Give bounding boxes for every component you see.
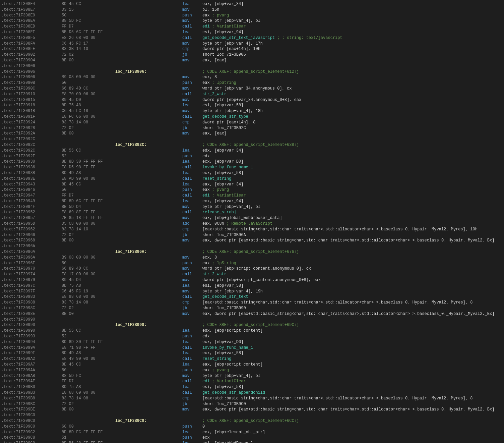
address: .text:71F30970 [1, 266, 62, 272]
code-line[interactable]: .text:71F3098883 78 14 08cmp[eax+std::ba… [0, 300, 504, 306]
code-line[interactable]: .text:71F30983E8 98 68 00 00callget_deco… [0, 294, 504, 300]
code-line[interactable]: .text:71F30910E8 70 0D 06 00callstr_2_ws… [0, 92, 504, 97]
code-line[interactable]: .text:71F30990loc_71F3B990:; CODE XREF: … [0, 322, 504, 328]
code-line[interactable]: .text:71F309A2E8 49 99 00 00callreset_st… [0, 356, 504, 362]
code-line[interactable]: .text:71F30906B9 08 00 00 00movecx, 8 [0, 74, 504, 80]
code-line[interactable]: .text:71F309A78D 45 CCleaeax, [ebp+scrip… [0, 362, 504, 368]
code-line[interactable]: .text:71F3094F8B 5D D4movbyte ptr [ebp+v… [0, 204, 504, 210]
code-line[interactable]: .text:71F30990 [0, 317, 504, 323]
code-line[interactable]: .text:71F3091FE8 FC 66 00 00callget_deco… [0, 114, 504, 120]
code-line[interactable]: .text:71F3096672 02jbshort loc_71F3B96A [0, 232, 504, 238]
address: .text:71F30936 [1, 165, 62, 170]
code-line[interactable]: .text:71F309BC72 02jbshort loc_71F3B9C0 [0, 401, 504, 407]
code-line[interactable]: .text:71F309308D 8D 30 FF FF FFleaecx, [… [0, 159, 504, 165]
code-line[interactable]: .text:71F3096F50pusheax ; lpString [0, 261, 504, 266]
code-line[interactable]: .text:71F3099F8D 4D A8leaecx, [ebp+var_5… [0, 350, 504, 356]
mnemonic: push [182, 187, 202, 193]
code-line[interactable]: .text:71F3093B8D 4D A8leaecx, [ebp+var_5… [0, 170, 504, 176]
operands: eax ; lpString [202, 261, 503, 266]
code-line[interactable]: .text:71F3096A [0, 243, 504, 249]
code-line[interactable]: .text:71F308F5E8 26 68 00 00callget_deco… [0, 35, 504, 41]
code-line[interactable]: .text:71F309908D 55 CCleaedx, [ebp+scrip… [0, 328, 504, 334]
code-line[interactable]: .text:71F30974E8 17 0D 06 00callstr_2_ws… [0, 272, 504, 277]
code-line[interactable]: .text:71F3096Aloc_71F3B96A:; CODE XREF: … [0, 249, 504, 255]
inline-comment: ; VariantClear [210, 24, 246, 29]
code-line[interactable]: .text:71F3092483 78 14 08cmpdword ptr [e… [0, 120, 504, 125]
code-line[interactable]: .text:71F308FAC6 45 FC 17movbyte ptr [eb… [0, 41, 504, 47]
code-line[interactable]: .text:71F3096283 78 14 10cmp[eax+std::ba… [0, 227, 504, 232]
operands: byte ptr [ebp+var_4], bl [202, 373, 503, 379]
code-line[interactable]: .text:71F3099AE8 71 98 FF FFcallinvoke_b… [0, 345, 504, 351]
code-line[interactable]: .text:71F309C068 00push0 [0, 424, 504, 430]
code-line[interactable]: .text:71F3091BC6 45 FC 18movbyte ptr [eb… [0, 108, 504, 114]
bytes: 8D 75 A8 [62, 103, 115, 108]
mnemonic: call [182, 176, 202, 182]
code-line[interactable]: .text:71F3095DD5 C8 00 00 00addeax, 0C8h… [0, 221, 504, 227]
code-line[interactable]: .text:71F309438D 45 CCleaeax, [ebp+var_3… [0, 182, 504, 187]
code-line[interactable]: .text:71F3098C72 02jbshort loc_71F3B990 [0, 306, 504, 311]
code-line[interactable]: .text:71F3094650pusheax ; pvarg [0, 187, 504, 193]
code-line[interactable]: .text:71F30906loc_71F3B906:; CODE XREF: … [0, 69, 504, 75]
code-line[interactable]: .text:71F309C0loc_71F3B9C0:; CODE XREF: … [0, 418, 504, 424]
address: .text:71F3093B [1, 170, 62, 176]
code-line[interactable]: .text:71F309C0 [0, 412, 504, 418]
code-line[interactable]: .text:71F309AB88 5D FCmovbyte ptr [ebp+v… [0, 373, 504, 379]
code-line[interactable]: .text:71F3091589 45 D0movdword ptr [ebp+… [0, 97, 504, 103]
code-line[interactable]: .text:71F308EDFF D7calledi ; VariantClea… [0, 24, 504, 30]
code-line[interactable]: .text:71F309188D 75 A8leaesi, [ebp+var_5… [0, 103, 504, 108]
mnemonic: lea [182, 328, 202, 334]
code-line[interactable]: .text:71F309C28D 8D FC FE FF FFleaecx, [… [0, 430, 504, 435]
code-line[interactable]: .text:71F308E7D3 15movbl, 15h [0, 7, 504, 13]
code-line[interactable]: .text:71F309498D 8D 6C FF FF FFleaecx, [… [0, 199, 504, 204]
address: .text:71F3096A [1, 255, 62, 261]
disassembly-view: .text:71F308E48D 45 CCleaeax, [ebp+var_3… [0, 0, 504, 443]
code-line[interactable]: .text:71F3096AB9 08 00 00 00movecx, 8 [0, 255, 504, 261]
inline-comment: ; VariantClear [210, 193, 246, 198]
code-line[interactable]: .text:71F3098E8B 00moveax, dword ptr [ea… [0, 311, 504, 317]
code-line[interactable]: .text:71F309948D 8D 30 FF FF FFleaecx, [… [0, 339, 504, 345]
code-line[interactable]: .text:71F309AEFF D7calledi ; VariantClea… [0, 379, 504, 384]
code-line[interactable]: .text:71F3099352pushedx [0, 334, 504, 339]
code-line[interactable]: .text:71F30936E8 D5 98 FF FFcallinvoke_b… [0, 165, 504, 170]
code-line[interactable]: .text:71F3092A8B 00moveax, [eax] [0, 131, 504, 136]
code-line[interactable]: .text:71F309AA50pusheax ; pvarg [0, 368, 504, 373]
bytes: 8B 00 [62, 311, 115, 317]
code-line[interactable]: .text:71F308FE83 3B 14 10cmpdword ptr [e… [0, 46, 504, 52]
code-line[interactable]: .text:71F3092872 02jbshort loc_71F3B92C [0, 125, 504, 131]
code-line[interactable]: .text:71F308EA88 5D FCmovbyte ptr [ebp+v… [0, 18, 504, 24]
code-line[interactable]: .text:71F3092F52pushedx [0, 154, 504, 159]
code-line[interactable]: .text:71F3092C [0, 136, 504, 142]
address: .text:71F3092C [1, 148, 62, 154]
code-line[interactable]: .text:71F3097066 89 4D CCmovword ptr [eb… [0, 266, 504, 272]
bytes: 8D 8D FC FE FF FF [62, 430, 115, 435]
code-line[interactable]: .text:71F3093EE8 AD 99 00 00callreset_st… [0, 176, 504, 182]
code-line[interactable]: .text:71F3090272 02jbshort loc_71F3B906 [0, 52, 504, 58]
address: .text:71F30994 [1, 339, 62, 345]
code-line[interactable]: .text:71F3097FC6 45 FC 19movbyte ptr [eb… [0, 289, 504, 294]
code-line[interactable]: .text:71F309C98D B5 28 FF FF FFleaesi, [… [0, 441, 504, 443]
code-line[interactable]: .text:71F3090C66 89 4D CCmovword ptr [eb… [0, 86, 504, 92]
code-line[interactable]: .text:71F3097C8D 75 A8leaesi, [ebp+var_5… [0, 283, 504, 289]
mnemonic: mov [182, 97, 202, 103]
code-line[interactable]: .text:71F309C851pushecx [0, 435, 504, 441]
code-line[interactable]: .text:71F309688B 00moveax, dword ptr [ea… [0, 238, 504, 243]
code-line[interactable]: .text:71F309B883 78 14 08cmp[eax+std::ba… [0, 396, 504, 401]
code-line[interactable]: .text:71F309048B 00moveax, [eax] [0, 58, 504, 63]
code-line[interactable]: .text:71F3092Cloc_71F3B92C:; CODE XREF: … [0, 142, 504, 148]
code-line[interactable]: .text:71F308E950pusheax ; pvarg [0, 13, 504, 18]
code-line[interactable]: .text:71F308E48D 45 CCleaeax, [ebp+var_3… [0, 1, 504, 7]
code-line[interactable]: .text:71F3092C8D 55 CCleaedx, [ebp+var_3… [0, 148, 504, 154]
code-line[interactable]: .text:71F30952E8 69 8E FF FFcallrelease_… [0, 210, 504, 215]
code-line[interactable]: .text:71F308EF8B D5 6C FF FF FFleaesi, [… [0, 30, 504, 35]
code-line[interactable]: .text:71F309577B 85 18 FF FF FFmoveax, [… [0, 215, 504, 221]
operands: esi, [ebp+var_58] [202, 384, 503, 390]
code-line[interactable]: .text:71F30906 [0, 63, 504, 69]
operands: invoke_by_func_name_1 [202, 345, 503, 351]
code-line[interactable]: .text:71F3090B50pusheax ; lpString [0, 80, 504, 86]
code-line[interactable]: .text:71F30947FF D7calledi ; VariantClea… [0, 193, 504, 199]
mnemonic: mov [182, 74, 202, 80]
code-line[interactable]: .text:71F3097989 45 D4movdword ptr [ebp+… [0, 277, 504, 283]
code-line[interactable]: .text:71F309B3E8 68 69 00 00callget_deco… [0, 390, 504, 396]
code-line[interactable]: .text:71F309BE8B 00moveax, dword ptr [ea… [0, 407, 504, 412]
code-line[interactable]: .text:71F309B08D 75 A8leaesi, [ebp+var_5… [0, 384, 504, 390]
